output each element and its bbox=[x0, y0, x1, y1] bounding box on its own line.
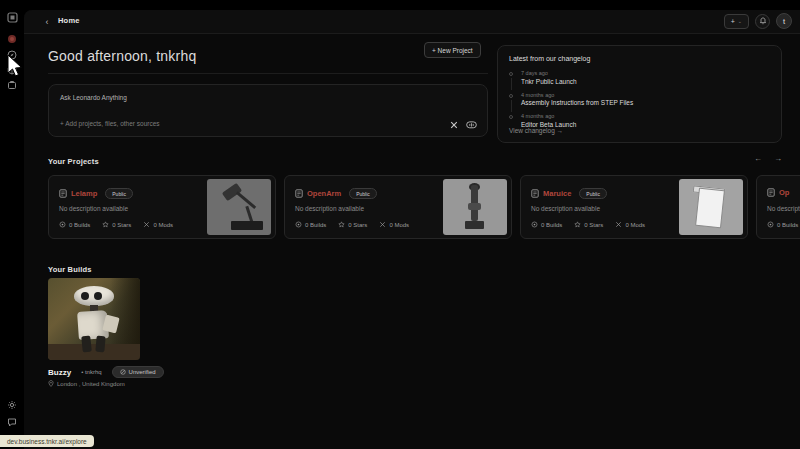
view-changelog-link[interactable]: View changelog → bbox=[509, 127, 563, 134]
changelog-item-time: 4 months ago bbox=[521, 113, 769, 119]
changelog-item-time: 4 months ago bbox=[521, 92, 769, 98]
projects-card-row: Lelamp Public No description available 0… bbox=[48, 175, 800, 241]
stars-stat-icon bbox=[338, 221, 345, 228]
timeline-line bbox=[511, 100, 512, 112]
divider bbox=[48, 73, 488, 74]
map-pin-icon bbox=[48, 380, 54, 387]
unverified-icon bbox=[120, 369, 126, 375]
ask-placeholder: Ask Leonardo Anything bbox=[60, 94, 127, 101]
chevron-down-icon: ⌄ bbox=[738, 18, 742, 24]
back-button[interactable]: ‹ bbox=[40, 15, 54, 29]
projects-carousel-controls: ← → bbox=[754, 154, 782, 163]
project-name: Op bbox=[779, 188, 789, 197]
build-location: London , United Kingdom bbox=[48, 380, 125, 387]
plus-icon: + bbox=[731, 18, 735, 25]
add-sources-button[interactable]: + Add projects, files, other sources bbox=[60, 120, 160, 127]
topbar-actions: + ⌄ t bbox=[724, 13, 792, 29]
app-screen: ‹ Home + ⌄ t Good afternoon, tnkrhq + Ne… bbox=[0, 0, 800, 449]
project-doc-icon bbox=[767, 188, 775, 197]
carousel-prev-button[interactable]: ← bbox=[754, 154, 762, 163]
changelog-item[interactable]: 7 days ago Tnkr Public Launch bbox=[509, 70, 769, 85]
sidebar-item-record-icon[interactable] bbox=[5, 32, 19, 46]
notifications-button[interactable] bbox=[755, 14, 770, 29]
project-thumbnail-arm bbox=[443, 179, 507, 235]
changelog-panel: Latest from our changelog 7 days ago Tnk… bbox=[497, 45, 782, 143]
bell-icon bbox=[759, 17, 767, 25]
project-thumbnail-lamp bbox=[207, 179, 271, 235]
tools-icon[interactable] bbox=[450, 121, 458, 129]
mouse-cursor bbox=[7, 54, 24, 78]
project-description: No description available bbox=[59, 205, 128, 212]
mods-stat-icon bbox=[143, 221, 150, 228]
project-stats: 0 Builds 0 Stars 0 Mods bbox=[59, 221, 173, 228]
stars-stat-icon bbox=[574, 221, 581, 228]
voice-chat-icon[interactable] bbox=[466, 121, 477, 129]
visibility-badge: Public bbox=[349, 188, 377, 199]
builds-stat-icon bbox=[767, 221, 774, 228]
projects-section-title: Your Projects bbox=[48, 157, 99, 166]
project-name: OpenArm bbox=[307, 189, 341, 198]
project-name: Maruice bbox=[543, 189, 571, 198]
project-doc-icon bbox=[59, 189, 67, 198]
changelog-item-time: 7 days ago bbox=[521, 70, 769, 76]
greeting-heading: Good afternoon, tnkrhq bbox=[48, 48, 196, 64]
build-owner: • tnkrhq bbox=[81, 369, 101, 375]
new-project-button[interactable]: + New Project bbox=[424, 42, 481, 58]
project-card-lelamp[interactable]: Lelamp Public No description available 0… bbox=[48, 175, 276, 239]
changelog-item[interactable]: 4 months ago Editor Beta Launch bbox=[509, 113, 769, 128]
build-meta-row: Buzzy • tnkrhq Unverified bbox=[48, 366, 164, 378]
project-doc-icon bbox=[295, 189, 303, 198]
timeline-dot-icon bbox=[509, 72, 513, 76]
project-stats: 0 Builds bbox=[767, 221, 798, 228]
visibility-badge: Public bbox=[579, 188, 607, 199]
quick-create-button[interactable]: + ⌄ bbox=[724, 14, 749, 29]
builds-stat-icon bbox=[59, 221, 66, 228]
main-content: ‹ Home + ⌄ t Good afternoon, tnkrhq + Ne… bbox=[24, 10, 800, 449]
timeline-line bbox=[511, 78, 512, 90]
project-name: Lelamp bbox=[71, 189, 97, 198]
build-photo-buzzy[interactable] bbox=[48, 278, 140, 360]
project-card-maruice[interactable]: Maruice Public No description available … bbox=[520, 175, 748, 239]
builds-section-title: Your Builds bbox=[48, 265, 92, 274]
ask-action-icons bbox=[450, 121, 477, 129]
user-avatar[interactable]: t bbox=[776, 13, 792, 29]
changelog-title: Latest from our changelog bbox=[509, 55, 590, 62]
sidebar-item-builds-icon[interactable] bbox=[5, 78, 19, 92]
changelog-list: 7 days ago Tnkr Public Launch 4 months a… bbox=[509, 70, 769, 135]
feedback-chat-icon[interactable] bbox=[5, 415, 19, 429]
app-logo-icon[interactable] bbox=[5, 10, 19, 24]
build-name[interactable]: Buzzy bbox=[48, 368, 71, 377]
project-thumbnail-box bbox=[679, 179, 743, 235]
timeline-dot-icon bbox=[509, 94, 513, 98]
builds-stat-icon bbox=[531, 221, 538, 228]
changelog-item-title: Assembly Instructions from STEP Files bbox=[521, 99, 769, 106]
project-card-partial[interactable]: Op No description available 0 Builds bbox=[756, 175, 800, 239]
robot-head-shape bbox=[74, 286, 114, 306]
changelog-item[interactable]: 4 months ago Assembly Instructions from … bbox=[509, 92, 769, 107]
settings-gear-icon[interactable] bbox=[5, 398, 19, 412]
status-url-tooltip: dev.business.tnkr.ai/explore bbox=[0, 435, 94, 447]
page-title: Home bbox=[58, 16, 80, 25]
unverified-badge: Unverified bbox=[112, 366, 164, 378]
mods-stat-icon bbox=[379, 221, 386, 228]
carousel-next-button[interactable]: → bbox=[774, 154, 782, 163]
project-stats: 0 Builds 0 Stars 0 Mods bbox=[531, 221, 645, 228]
ask-input-panel[interactable]: Ask Leonardo Anything + Add projects, fi… bbox=[48, 84, 488, 137]
timeline-dot-icon bbox=[509, 115, 513, 119]
project-card-openarm[interactable]: OpenArm Public No description available … bbox=[284, 175, 512, 239]
visibility-badge: Public bbox=[105, 188, 133, 199]
stars-stat-icon bbox=[102, 221, 109, 228]
changelog-item-title: Tnkr Public Launch bbox=[521, 78, 769, 85]
project-stats: 0 Builds 0 Stars 0 Mods bbox=[295, 221, 409, 228]
project-description: No description available bbox=[767, 205, 800, 212]
project-doc-icon bbox=[531, 189, 539, 198]
top-bar: ‹ Home + ⌄ t bbox=[24, 10, 800, 34]
mods-stat-icon bbox=[615, 221, 622, 228]
builds-stat-icon bbox=[295, 221, 302, 228]
project-description: No description available bbox=[295, 205, 364, 212]
project-description: No description available bbox=[531, 205, 600, 212]
